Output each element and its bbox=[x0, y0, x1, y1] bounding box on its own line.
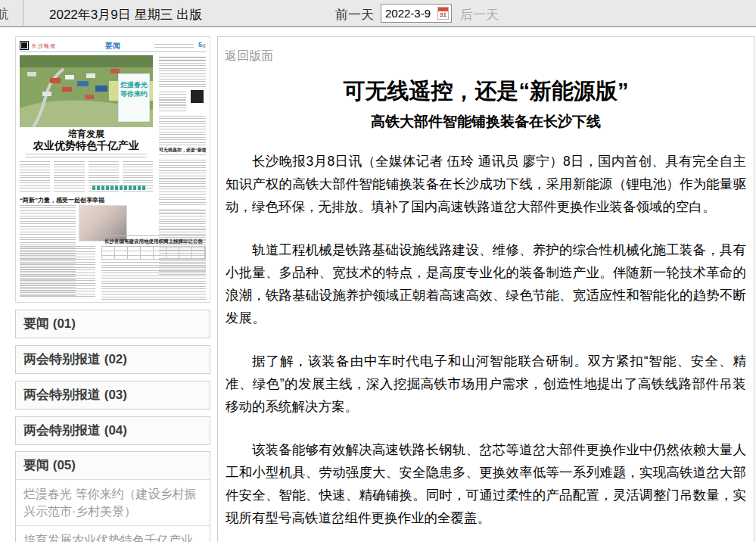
sidebar-item-lianghui-03[interactable]: 两会特别报道 (03) bbox=[16, 382, 210, 409]
article-title: 可无线遥控，还是“新能源版” bbox=[218, 76, 754, 107]
thumb-notice-table bbox=[101, 246, 206, 260]
thumb-right-text bbox=[159, 63, 206, 89]
article-body: 长沙晚报3月8日讯（全媒体记者 伍玲 通讯员 廖宁）8日，国内首创、具有完全自主… bbox=[218, 150, 754, 542]
sidebar-section-05: 要闻 (05) 烂漫春光 等你来约（建设乡村振兴示范市·乡村美景） 培育发展农业… bbox=[15, 451, 210, 542]
next-day-button[interactable]: 后一天 bbox=[460, 6, 499, 23]
thumb-right-text2 bbox=[159, 92, 186, 111]
thumb-main-headline: 培育发展 农业优势特色千亿产业 bbox=[20, 129, 153, 151]
top-bar-divider bbox=[23, 0, 23, 27]
article-paragraph-1: 长沙晚报3月8日讯（全媒体记者 伍玲 通讯员 廖宁）8日，国内首创、具有完全自主… bbox=[226, 150, 746, 218]
thumb-promo-line1: 烂漫春光 bbox=[119, 80, 149, 89]
thumb-masthead-meta bbox=[154, 44, 194, 48]
page-thumbnail-inner: 长沙晚报 要闻 5版 烂漫春光 等你来约 bbox=[20, 40, 206, 301]
thumb-right-text4 bbox=[159, 154, 206, 207]
sidebar-article-link-1[interactable]: 烂漫春光 等你来约（建设乡村振兴示范市·乡村美景） bbox=[16, 479, 210, 525]
article-paragraph-2: 轨道工程机械是铁路基础设施线路建设、维修、养护的综合性机械化施工装备，具有小批量… bbox=[226, 238, 746, 329]
calendar-icon-day: 31 bbox=[438, 11, 448, 19]
thumb-stamp-bar bbox=[92, 185, 145, 190]
article-panel: 返回版面 可无线遥控，还是“新能源版” 高铁大部件智能铺换装备在长沙下线 长沙晚… bbox=[217, 36, 754, 542]
thumb-subheadline-bar bbox=[26, 154, 147, 157]
thumb-right-headline-bar bbox=[159, 57, 206, 61]
sidebar-item-lianghui-02[interactable]: 两会特别报道 (02) bbox=[16, 346, 210, 373]
sidebar-section-03: 两会特别报道 (03) bbox=[15, 381, 210, 410]
thumb-story2-text2 bbox=[20, 246, 95, 299]
prev-day-button[interactable]: 前一天 bbox=[335, 6, 374, 23]
page-thumbnail[interactable]: 长沙晚报 要闻 5版 烂漫春光 等你来约 bbox=[15, 36, 210, 303]
qr-code-icon bbox=[189, 89, 205, 104]
article-paragraph-3: 据了解，该装备由中车时代电子和山河智能联合研制。双方紧扣“智能、安全、精准、绿色… bbox=[226, 350, 746, 418]
thumb-notice-text bbox=[101, 262, 206, 301]
thumb-promo-card: 烂漫春光 等你来约 bbox=[118, 73, 150, 122]
thumb-page-number: 5版 bbox=[198, 41, 206, 48]
thumb-masthead: 长沙晚报 要闻 5版 bbox=[20, 40, 206, 52]
back-to-page-link[interactable]: 返回版面 bbox=[225, 48, 273, 64]
thumb-current-article-headline: 可无线遥控，还是“新能源版” bbox=[159, 148, 206, 153]
sidebar-section-01: 要闻 (01) bbox=[15, 310, 210, 338]
article-paragraph-4: 该装备能够有效解决高速铁路长钢轨、岔芯等道岔大部件更换作业中仍然依赖大量人工和小… bbox=[226, 438, 746, 529]
top-bar: 航 2022年3月9日 星期三 出版 前一天 31 后一天 bbox=[0, 0, 756, 27]
sidebar-section-04: 两会特别报道 (04) bbox=[15, 416, 210, 445]
thumb-promo-line2: 等你来约 bbox=[119, 89, 149, 98]
thumb-notice-block: 长沙县国有建设用地使用权网上挂牌出让公告 bbox=[101, 235, 206, 299]
article-subtitle: 高铁大部件智能铺换装备在长沙下线 bbox=[218, 112, 754, 132]
sidebar-item-yaowen-01[interactable]: 要闻 (01) bbox=[16, 310, 210, 338]
date-picker: 31 bbox=[381, 4, 452, 23]
thumb-notice-headline: 长沙县国有建设用地使用权网上挂牌出让公告 bbox=[101, 238, 206, 245]
thumb-right-text3 bbox=[159, 116, 206, 146]
thumb-right-headline-bar2 bbox=[159, 210, 206, 213]
sidebar-item-yaowen-05[interactable]: 要闻 (05) bbox=[16, 452, 210, 479]
sidebar-section-02: 两会特别报道 (02) bbox=[15, 345, 210, 374]
calendar-icon[interactable]: 31 bbox=[437, 7, 449, 20]
sidebar-item-lianghui-04[interactable]: 两会特别报道 (04) bbox=[16, 417, 210, 444]
thumb-story2-headline: “两新”力量，感受一起创享幸福 bbox=[20, 196, 110, 204]
nav-label-fragment[interactable]: 航 bbox=[0, 5, 8, 23]
publish-date-label: 2022年3月9日 星期三 出版 bbox=[49, 6, 202, 23]
sidebar-article-link-2[interactable]: 培育发展农业优势特色千亿产业 bbox=[16, 525, 210, 542]
